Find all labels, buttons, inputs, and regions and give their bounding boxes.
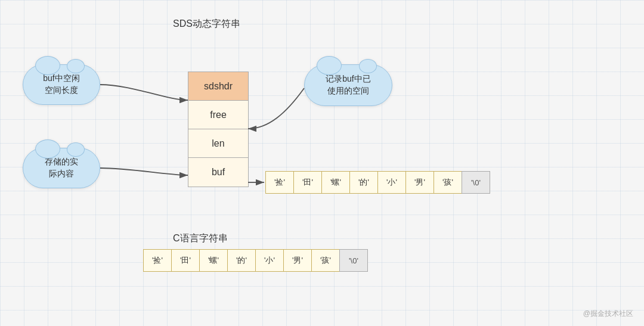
cloud-used-space: 记录buf中已 使用的空间 [304, 64, 392, 106]
c-char-cell-1: '田' [171, 249, 200, 272]
c-char-cell-0: '捡' [143, 249, 172, 272]
watermark: @掘金技术社区 [583, 309, 633, 319]
cell-len: len [188, 129, 248, 158]
char-cell-5: '男' [405, 171, 434, 194]
c-char-cell-null: '\0' [339, 249, 368, 272]
c-char-cell-5: '男' [283, 249, 312, 272]
canvas: SDS动态字符串 buf中空闲 空间长度 记录buf中已 使用的空间 存储的实 … [0, 0, 644, 326]
char-cell-3: '的' [349, 171, 378, 194]
char-cell-0: '捡' [265, 171, 294, 194]
c-char-cell-2: '螺' [199, 249, 228, 272]
char-cell-2: '螺' [321, 171, 350, 194]
title-sds: SDS动态字符串 [173, 18, 240, 30]
char-cell-4: '小' [377, 171, 406, 194]
cell-sdshdr: sdshdr [188, 72, 248, 101]
sds-struct: sdshdr free len buf [188, 72, 249, 187]
title-c: C语言字符串 [173, 232, 228, 245]
cloud-actual-content: 存储的实 际内容 [23, 148, 100, 188]
c-char-cell-6: '孩' [311, 249, 340, 272]
cell-free: free [188, 101, 248, 129]
c-char-cell-4: '小' [255, 249, 284, 272]
c-char-cell-3: '的' [227, 249, 256, 272]
cell-buf: buf [188, 158, 248, 187]
char-cell-6: '孩' [434, 171, 462, 194]
char-cell-1: '田' [293, 171, 322, 194]
cloud-buf-free: buf中空闲 空间长度 [23, 64, 100, 105]
c-char-array: '捡' '田' '螺' '的' '小' '男' '孩' '\0' [143, 249, 368, 272]
sds-char-array: '捡' '田' '螺' '的' '小' '男' '孩' '\0' [265, 171, 490, 194]
char-cell-null-sds: '\0' [462, 171, 490, 194]
